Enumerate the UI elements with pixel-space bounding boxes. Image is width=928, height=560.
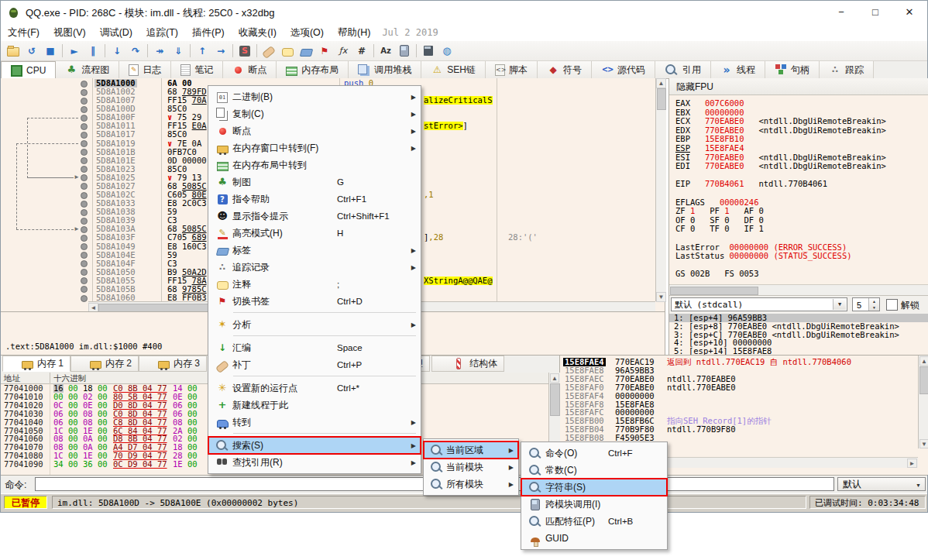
close-button[interactable]: ✕	[892, 1, 926, 24]
minimize-button[interactable]: −	[824, 1, 858, 24]
stack-row[interactable]: 15E8FAEC770EABE0ntdll.770EABE0	[560, 375, 918, 383]
memory-vscroll-thumb[interactable]	[550, 383, 560, 416]
hide-fpu-button[interactable]: 隐藏FPU	[669, 78, 928, 95]
context-menu-item-切换书签[interactable]: ⚑切换书签Ctrl+D	[208, 293, 421, 310]
context-menu-item-在内存窗口中转到F[interactable]: 在内存窗口中转到(F)▶	[208, 139, 421, 156]
breakpoint-gutter-dot[interactable]	[81, 192, 88, 199]
tab-线程[interactable]: »线程	[711, 61, 765, 78]
stack-row[interactable]: 15E8FAF815E8FAE8	[560, 400, 918, 409]
run-button[interactable]: ►	[65, 43, 84, 60]
stepper-arrows-icon[interactable]: ▲▼	[868, 298, 879, 311]
memory-tab-内存 1[interactable]: 内存 1	[2, 356, 70, 372]
memory-tab-内存 2[interactable]: 内存 2	[70, 356, 139, 372]
tab-调用堆栈[interactable]: 调用堆栈	[349, 61, 421, 78]
unlock-checkbox[interactable]	[886, 299, 898, 311]
context-menu-item-标签[interactable]: 标签▶	[208, 242, 421, 259]
context-menu-item-二进制B[interactable]: 01二进制(B)▶	[208, 88, 421, 105]
breakpoint-gutter-dot[interactable]	[81, 243, 88, 250]
restart-button[interactable]: ↺	[22, 43, 41, 60]
tab-断点[interactable]: 断点	[223, 61, 277, 78]
search-submenu-item-常数C[interactable]: 常数(C)	[521, 462, 667, 479]
breakpoint-gutter-dot[interactable]	[81, 98, 88, 105]
stack-vscroll-thumb[interactable]	[919, 366, 928, 394]
stack-row[interactable]: 15E8FAF400000000	[560, 392, 918, 400]
breakpoint-gutter-dot[interactable]	[81, 115, 88, 122]
arg-count-stepper[interactable]: 5 ▲▼	[852, 297, 880, 311]
search-submenu-item-命令O[interactable]: 命令(O)Ctrl+F	[521, 445, 667, 462]
menubar-item-插件P[interactable]: 插件(P)	[185, 24, 232, 42]
tab-流程图[interactable]: ♣流程图	[56, 61, 119, 78]
step-out-button[interactable]: ↑	[193, 43, 211, 60]
menubar-item-追踪T[interactable]: 追踪(T)	[139, 24, 185, 42]
context-menu-item-追踪记录[interactable]: ∴追踪记录▶	[208, 259, 421, 276]
search-submenu-item-GUID[interactable]: GUID	[521, 530, 667, 547]
context-menu-item-复制C[interactable]: 复制(C)▶	[208, 105, 421, 122]
stack-row[interactable]: 15E8FAE896A59BB3	[560, 366, 918, 375]
run-to-user-code-button[interactable]: ⇓	[169, 43, 187, 60]
scroll-down-icon[interactable]: ▼	[656, 292, 666, 302]
stack-row[interactable]: 15E8FAE4770EAC19返回到 ntdll.770EAC19 自 ntd…	[560, 358, 918, 366]
search-submenu-item-字符串S[interactable]: 字符串(S)	[521, 479, 667, 496]
chevron-down-icon[interactable]: ▼	[833, 299, 846, 310]
context-menu-item-显示指令提示[interactable]: ☻显示指令提示Ctrl+Shift+F1	[208, 208, 421, 225]
scope-submenu-item-当前模块[interactable]: 当前模块▶	[424, 459, 518, 476]
scope-submenu-item-当前区域[interactable]: 当前区域▶	[424, 441, 518, 459]
comment-button[interactable]	[278, 43, 297, 60]
breakpoint-gutter-dot[interactable]	[81, 140, 88, 147]
menubar-item-选项O[interactable]: 选项(O)	[284, 24, 331, 42]
breakpoint-gutter-dot[interactable]	[81, 201, 88, 208]
context-menu-item-设置新的运行点[interactable]: ✳设置新的运行点Ctrl+*	[208, 380, 421, 397]
execute-till-return-button[interactable]: ↠	[150, 43, 169, 60]
tab-SEH链[interactable]: ⚠SEH链	[421, 61, 486, 78]
scope-submenu-item-所有模块[interactable]: 所有模块▶	[424, 476, 518, 493]
menubar-item-文件F[interactable]: 文件(F)	[1, 24, 46, 42]
context-menu-item-查找引用R[interactable]: 查找引用(R)▶	[208, 454, 421, 471]
registers-hscrollbar[interactable]	[669, 284, 928, 295]
stack-row[interactable]: 15E8FAF0770EABE0ntdll.770EABE0	[560, 383, 918, 392]
call-argument-row[interactable]: 2: [esp+8] 770EABE0 <ntdll.DbgUiRemoteBr…	[669, 322, 928, 331]
context-menu-item-在内存布局中转到[interactable]: 在内存布局中转到	[208, 156, 421, 173]
maximize-button[interactable]: □	[858, 1, 892, 24]
context-menu-item-转到[interactable]: 转到▶	[208, 414, 421, 431]
tab-句柄[interactable]: 句柄	[765, 61, 820, 78]
tab-引用[interactable]: 引用	[655, 61, 711, 78]
breakpoint-gutter-dot[interactable]	[81, 123, 88, 130]
stack-row[interactable]: 15E8FB0015E8FB6C指向SEH_Record[1]的指针	[560, 417, 918, 425]
stack-row[interactable]: 15E8FB04770B9F80ntdll.770B9F80	[560, 425, 918, 434]
stack-vscrollbar[interactable]: ▲ ▼	[918, 356, 928, 448]
memory-tab-内存 3[interactable]: 内存 3	[139, 356, 207, 372]
breakpoint-gutter-dot[interactable]	[81, 106, 88, 113]
open-folder-button[interactable]	[4, 43, 22, 60]
breakpoint-gutter-dot[interactable]	[81, 226, 88, 233]
step-into-button[interactable]: ↓	[108, 43, 126, 60]
context-menu-item-制图[interactable]: ♣制图G	[208, 173, 421, 191]
tab-符号[interactable]: ◆符号	[538, 61, 592, 78]
scylla-button[interactable]: S	[235, 43, 254, 60]
context-menu-item-新建线程于此[interactable]: +新建线程于此	[208, 397, 421, 414]
breakpoint-gutter-dot[interactable]	[81, 209, 88, 216]
scroll-up-icon[interactable]: ▲	[656, 78, 666, 88]
menubar-item-帮助H[interactable]: 帮助(H)	[331, 24, 377, 42]
breakpoint-gutter-dot[interactable]	[81, 81, 88, 88]
context-menu-item-注释[interactable]: 注释;	[208, 276, 421, 293]
title-bar[interactable]: QQ.exe - PID: 268C - 模块: im.dll - 线程: 25…	[1, 1, 927, 24]
command-history-select[interactable]: 默认 ▼	[837, 477, 926, 491]
tag-button[interactable]	[297, 43, 315, 60]
breakpoint-gutter-dot[interactable]	[81, 89, 88, 96]
hash-button[interactable]: #	[352, 43, 371, 60]
breakpoint-gutter-dot[interactable]	[81, 218, 88, 225]
menubar-item-调试D[interactable]: 调试(D)	[93, 24, 139, 42]
fx-button[interactable]: ƒx	[334, 43, 352, 60]
memory-tab-结构体[interactable]: 结构体	[431, 356, 504, 372]
az-button[interactable]: Az	[376, 43, 395, 60]
context-menu-item-断点[interactable]: 断点▶	[208, 122, 421, 139]
registers-hscroll-thumb[interactable]	[670, 287, 758, 295]
calculator-button[interactable]	[419, 43, 438, 60]
phone-button[interactable]	[395, 43, 414, 60]
scroll-up-icon[interactable]: ▲	[919, 356, 928, 366]
context-menu-item-汇编[interactable]: ↓汇编Space	[208, 339, 421, 356]
disasm-vscroll-thumb[interactable]	[657, 88, 666, 110]
context-menu-item-搜索S[interactable]: 搜索(S)▶	[208, 437, 421, 454]
scroll-right-icon[interactable]: ►	[907, 459, 917, 468]
tab-脚本[interactable]: <>脚本	[486, 61, 538, 78]
